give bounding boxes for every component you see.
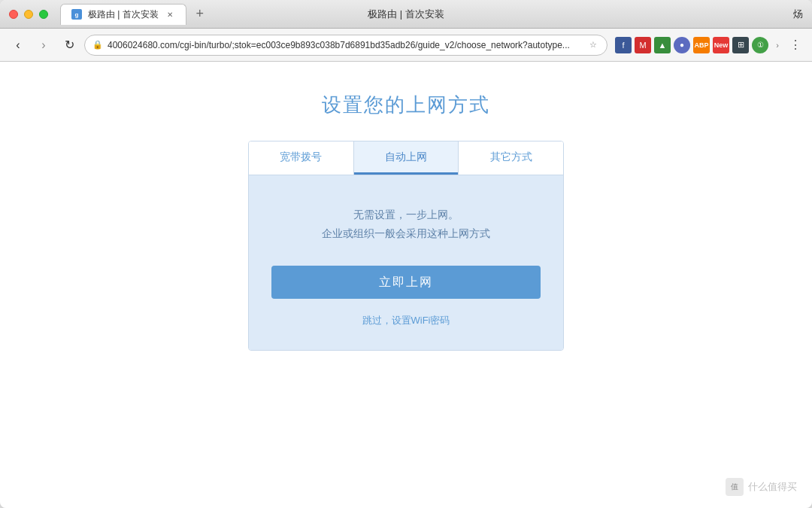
extension-grid[interactable]: ⊞ [732, 37, 749, 53]
nav-bar: ‹ › ↻ 🔒 4006024680.com/cgi-bin/turbo/;st… [0, 29, 812, 62]
connect-button[interactable]: 立即上网 [271, 266, 541, 299]
page-title: 设置您的上网方式 [322, 92, 490, 118]
extension-num[interactable]: ① [752, 37, 768, 53]
traffic-lights [9, 10, 48, 19]
tab-other-label: 其它方式 [490, 151, 532, 164]
refresh-button[interactable]: ↻ [59, 35, 80, 56]
minimize-window-button[interactable] [24, 10, 33, 19]
extension-abp[interactable]: ABP [693, 37, 710, 53]
address-icons: ☆ [587, 39, 599, 51]
back-button[interactable]: ‹ [8, 35, 29, 56]
skip-link[interactable]: 跳过，设置WiFi密码 [362, 314, 450, 327]
tab-favicon: g [71, 9, 82, 20]
tab-pppoe[interactable]: 宽带拨号 [249, 141, 353, 175]
window-user: 炀 [793, 8, 803, 21]
extension-drive[interactable]: ▲ [654, 37, 671, 53]
tabs-row: 宽带拨号 自动上网 其它方式 [249, 141, 563, 175]
tab-auto-label: 自动上网 [385, 151, 427, 164]
forward-button[interactable]: › [33, 35, 54, 56]
browser-menu-button[interactable]: ⋮ [786, 38, 804, 52]
card-content: 无需设置，一步上网。 企业或组织一般会采用这种上网方式 立即上网 跳过，设置Wi… [249, 175, 563, 350]
extension-circle[interactable]: ● [674, 37, 690, 53]
browser-window: g 极路由 | 首次安装 ✕ + 极路由 | 首次安装 炀 ‹ › ↻ 🔒 40… [0, 0, 812, 508]
bookmark-icon[interactable]: ☆ [587, 39, 599, 51]
back-icon: ‹ [16, 38, 20, 52]
watermark: 值 什么值得买 [726, 478, 797, 496]
tab-bar: g 极路由 | 首次安装 ✕ + [60, 4, 211, 25]
forward-icon: › [41, 38, 45, 52]
description-line2: 企业或组织一般会采用这种上网方式 [322, 227, 490, 239]
main-card: 宽带拨号 自动上网 其它方式 无需设置，一步上网。 企业或组织一般会采用这种上网… [248, 141, 564, 351]
address-bar[interactable]: 🔒 4006024680.com/cgi-bin/turbo/;stok=ec0… [84, 35, 607, 56]
new-tab-button[interactable]: + [189, 4, 211, 25]
maximize-window-button[interactable] [39, 10, 48, 19]
browser-tab[interactable]: g 极路由 | 首次安装 ✕ [60, 4, 186, 25]
extensions-more-button[interactable]: › [771, 39, 783, 51]
tab-close-button[interactable]: ✕ [165, 9, 175, 20]
watermark-text: 什么值得买 [748, 480, 797, 494]
description-line1: 无需设置，一步上网。 [353, 208, 459, 221]
tab-title: 极路由 | 首次安装 [88, 8, 159, 21]
extension-new[interactable]: New [713, 37, 729, 53]
extensions-area: f M ▲ ● ABP New ⊞ ① › ⋮ [615, 37, 804, 53]
content-area: 设置您的上网方式 宽带拨号 自动上网 其它方式 无需设置，一步上网。 [0, 62, 812, 508]
lock-icon: 🔒 [92, 40, 103, 50]
extension-mail[interactable]: M [635, 37, 651, 53]
watermark-icon: 值 [726, 478, 744, 496]
tab-auto[interactable]: 自动上网 [354, 141, 459, 175]
window-title: 极路由 | 首次安装 [368, 8, 444, 21]
tab-other[interactable]: 其它方式 [459, 141, 563, 175]
close-window-button[interactable] [9, 10, 18, 19]
title-bar: g 极路由 | 首次安装 ✕ + 极路由 | 首次安装 炀 [0, 0, 812, 29]
extension-facebook[interactable]: f [615, 37, 632, 53]
refresh-icon: ↻ [65, 38, 74, 52]
description-text: 无需设置，一步上网。 企业或组织一般会采用这种上网方式 [322, 205, 490, 243]
url-text: 4006024680.com/cgi-bin/turbo/;stok=ec003… [108, 40, 583, 50]
tab-pppoe-label: 宽带拨号 [280, 151, 322, 164]
